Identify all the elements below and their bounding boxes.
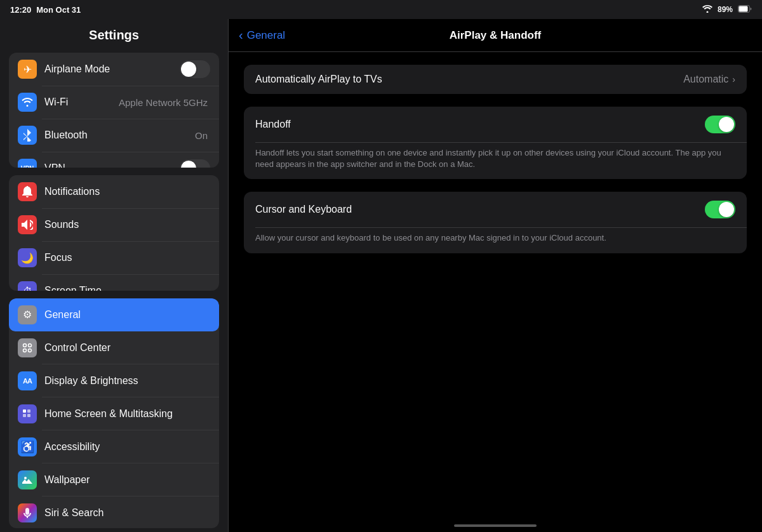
settings-row-handoff: Handoff — [244, 107, 747, 142]
notifications-label: Notifications — [44, 186, 210, 197]
back-label: General — [247, 29, 285, 42]
siri-search-label: Siri & Search — [44, 507, 210, 519]
settings-group-handoff: Handoff Handoff lets you start something… — [244, 107, 747, 179]
cursor-keyboard-label: Cursor and Keyboard — [255, 204, 705, 215]
sidebar-group-alerts: Notifications Sounds 🌙 Focus ⏱ Screen Ti… — [9, 175, 219, 290]
airplane-mode-icon: ✈ — [18, 60, 37, 79]
sidebar-item-display-brightness[interactable]: AA Display & Brightness — [9, 364, 219, 397]
sidebar: Settings ✈ Airplane Mode Wi-Fi Apple Net — [0, 19, 229, 532]
focus-icon: 🌙 — [18, 248, 37, 267]
sidebar-item-screen-time[interactable]: ⏱ Screen Time — [9, 274, 219, 290]
display-brightness-label: Display & Brightness — [44, 375, 210, 387]
settings-row-auto-airplay[interactable]: Automatically AirPlay to TVs Automatic › — [244, 65, 747, 94]
screen-time-icon: ⏱ — [18, 281, 37, 290]
settings-group-airplay: Automatically AirPlay to TVs Automatic › — [244, 65, 747, 94]
bluetooth-icon — [18, 126, 37, 145]
sidebar-title: Settings — [0, 19, 228, 49]
scroll-bar — [454, 524, 537, 527]
sidebar-item-vpn[interactable]: VPN VPN — [9, 152, 219, 168]
bluetooth-value: On — [195, 130, 208, 141]
wifi-value: Apple Network 5GHz — [119, 97, 208, 108]
auto-airplay-label: Automatically AirPlay to TVs — [255, 74, 683, 85]
sidebar-item-airplane-mode[interactable]: ✈ Airplane Mode — [9, 53, 219, 86]
content-body: Automatically AirPlay to TVs Automatic ›… — [229, 52, 762, 519]
home-screen-label: Home Screen & Multitasking — [44, 408, 210, 420]
sounds-label: Sounds — [44, 219, 210, 230]
battery-icon — [738, 5, 752, 15]
svg-rect-1 — [739, 6, 748, 11]
sidebar-item-control-center[interactable]: Control Center — [9, 331, 219, 364]
svg-rect-6 — [23, 409, 26, 413]
status-bar-right: 89% — [702, 5, 752, 15]
svg-point-5 — [29, 349, 32, 352]
handoff-toggle[interactable] — [705, 116, 735, 133]
sidebar-item-siri-search[interactable]: Siri & Search — [9, 496, 219, 529]
airplane-mode-toggle[interactable] — [180, 60, 210, 78]
settings-card-handoff: Handoff Handoff lets you start something… — [244, 107, 747, 179]
sidebar-group-connectivity: ✈ Airplane Mode Wi-Fi Apple Network 5GHz — [9, 53, 219, 168]
focus-label: Focus — [44, 252, 210, 263]
vpn-icon: VPN — [18, 159, 37, 168]
content-area: ‹ General AirPlay & Handoff Automaticall… — [229, 19, 762, 532]
vpn-label: VPN — [44, 163, 180, 168]
sidebar-item-sounds[interactable]: Sounds — [9, 208, 219, 241]
notifications-icon — [18, 182, 37, 201]
svg-rect-9 — [27, 414, 30, 417]
main-layout: Settings ✈ Airplane Mode Wi-Fi Apple Net — [0, 19, 762, 532]
settings-card-cursor-keyboard: Cursor and Keyboard Allow your cursor an… — [244, 192, 747, 253]
svg-point-3 — [29, 343, 32, 347]
settings-row-cursor-keyboard: Cursor and Keyboard — [244, 192, 747, 227]
status-bar: 12:20 Mon Oct 31 89% — [0, 0, 762, 19]
general-label: General — [44, 309, 210, 321]
svg-point-2 — [23, 343, 27, 347]
status-bar-left: 12:20 Mon Oct 31 — [10, 5, 81, 15]
control-center-label: Control Center — [44, 342, 210, 354]
bluetooth-label: Bluetooth — [44, 130, 195, 141]
siri-search-icon — [18, 503, 37, 522]
general-icon: ⚙ — [18, 305, 37, 324]
airplane-mode-label: Airplane Mode — [44, 63, 180, 75]
content-title: AirPlay & Handoff — [450, 29, 542, 42]
accessibility-icon: ♿ — [18, 437, 37, 456]
vpn-toggle[interactable] — [180, 159, 210, 168]
sidebar-item-home-screen[interactable]: Home Screen & Multitasking — [9, 397, 219, 430]
sidebar-item-notifications[interactable]: Notifications — [9, 175, 219, 208]
sidebar-item-wifi[interactable]: Wi-Fi Apple Network 5GHz — [9, 86, 219, 119]
wifi-label: Wi-Fi — [44, 96, 119, 108]
handoff-label: Handoff — [255, 119, 705, 130]
svg-point-10 — [24, 477, 27, 479]
sidebar-item-wallpaper[interactable]: Wallpaper — [9, 463, 219, 496]
screen-time-label: Screen Time — [44, 285, 210, 290]
sidebar-item-focus[interactable]: 🌙 Focus — [9, 241, 219, 274]
content-header: ‹ General AirPlay & Handoff — [229, 19, 762, 52]
settings-group-cursor-keyboard: Cursor and Keyboard Allow your cursor an… — [244, 192, 747, 253]
wifi-settings-icon — [18, 93, 37, 112]
back-button[interactable]: ‹ General — [239, 28, 285, 43]
accessibility-label: Accessibility — [44, 441, 210, 453]
cursor-keyboard-description: Allow your cursor and keyboard to be use… — [244, 227, 747, 253]
back-chevron-icon: ‹ — [239, 28, 243, 43]
auto-airplay-chevron-icon: › — [732, 74, 735, 84]
home-screen-icon — [18, 404, 37, 423]
svg-rect-8 — [23, 414, 26, 417]
svg-rect-7 — [27, 409, 30, 413]
status-time: 12:20 — [10, 5, 31, 15]
sidebar-group-system: ⚙ General Control Center AA Displa — [9, 298, 219, 529]
sounds-icon — [18, 215, 37, 234]
svg-point-4 — [23, 349, 27, 352]
sidebar-item-general[interactable]: ⚙ General — [9, 298, 219, 331]
sidebar-item-accessibility[interactable]: ♿ Accessibility — [9, 430, 219, 463]
wifi-icon — [702, 5, 712, 15]
auto-airplay-value: Automatic — [683, 74, 728, 85]
wallpaper-label: Wallpaper — [44, 474, 210, 486]
settings-card-airplay: Automatically AirPlay to TVs Automatic › — [244, 65, 747, 94]
sidebar-item-bluetooth[interactable]: Bluetooth On — [9, 119, 219, 152]
display-brightness-icon: AA — [18, 371, 37, 390]
scroll-indicator — [229, 519, 762, 532]
wallpaper-icon — [18, 470, 37, 489]
control-center-icon — [18, 338, 37, 357]
handoff-description: Handoff lets you start something on one … — [244, 142, 747, 179]
status-date: Mon Oct 31 — [36, 5, 81, 15]
cursor-keyboard-toggle[interactable] — [705, 201, 735, 218]
battery-percentage: 89% — [718, 5, 733, 14]
